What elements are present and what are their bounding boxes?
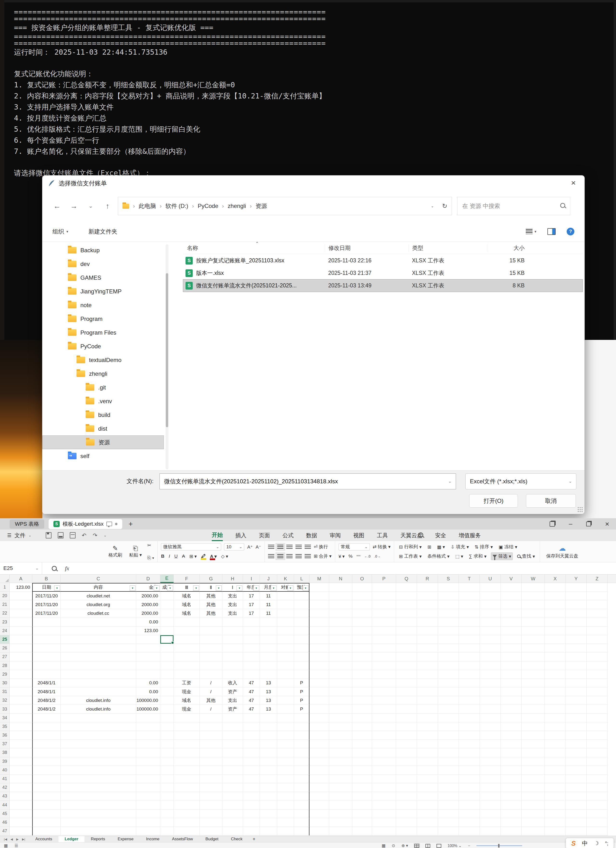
zoom-formula-icon[interactable]: [52, 566, 57, 571]
cell-I41[interactable]: [243, 775, 260, 783]
cell-S25[interactable]: [438, 635, 459, 644]
cell-L1[interactable]: 预算▾: [294, 583, 309, 592]
restore-icon[interactable]: [586, 522, 591, 526]
cell-H41[interactable]: [222, 775, 243, 783]
cell-U40[interactable]: [480, 766, 501, 775]
cell-D34[interactable]: [136, 714, 160, 722]
cell-H35[interactable]: [222, 722, 243, 731]
cell-Y34[interactable]: [566, 714, 586, 722]
cell-K27[interactable]: [277, 652, 294, 661]
filter-dropdown-icon[interactable]: ▾: [154, 586, 160, 591]
cell-N30[interactable]: [329, 679, 352, 688]
cell-T29[interactable]: [459, 670, 480, 679]
cell-M41[interactable]: [309, 775, 329, 783]
cell-G30[interactable]: /: [200, 679, 222, 688]
row-number[interactable]: 46: [0, 818, 10, 827]
cell-V36[interactable]: [501, 731, 522, 740]
cell-B37[interactable]: [32, 740, 61, 748]
cell-Q40[interactable]: [396, 766, 417, 775]
cell-Z40[interactable]: [586, 766, 607, 775]
cell-V43[interactable]: [501, 792, 522, 801]
cell-V44[interactable]: [501, 801, 522, 809]
sidebar-item-programfiles[interactable]: Program Files: [42, 326, 164, 339]
prev-sheet-icon[interactable]: ◀: [10, 838, 13, 841]
cell-Q35[interactable]: [396, 722, 417, 731]
cell-P23[interactable]: [372, 618, 396, 627]
filter-dropdown-icon[interactable]: ▾: [271, 586, 277, 591]
cell-K24[interactable]: [277, 627, 294, 635]
cell-J45[interactable]: [260, 809, 277, 818]
new-tab-button[interactable]: +: [129, 520, 133, 528]
cell-A1[interactable]: 123.00: [10, 583, 32, 592]
cell-G27[interactable]: [200, 652, 222, 661]
cell-S41[interactable]: [438, 775, 459, 783]
wrap-text-button[interactable]: ⏎ 换行: [314, 544, 328, 550]
cell-Q47[interactable]: [396, 827, 417, 836]
cell-R42[interactable]: [417, 783, 438, 792]
cell-X33[interactable]: [545, 705, 566, 713]
cell-E20[interactable]: [160, 592, 174, 600]
cell-M24[interactable]: [309, 627, 329, 635]
cell-S26[interactable]: [438, 644, 459, 652]
column-header-B[interactable]: B: [32, 575, 61, 583]
cell-B28[interactable]: [32, 661, 61, 670]
sidebar-item-backup[interactable]: Backup: [42, 243, 164, 257]
cell-A24[interactable]: [10, 627, 32, 635]
row-number[interactable]: 24: [0, 627, 10, 635]
cell-R34[interactable]: [417, 714, 438, 722]
cell-B30[interactable]: 2048/1/1: [32, 679, 61, 688]
cell-L31[interactable]: P: [294, 688, 309, 696]
cell-M21[interactable]: [309, 600, 329, 609]
cell-B44[interactable]: [32, 801, 61, 809]
highlight-color-icon[interactable]: 🖍︎: [201, 554, 206, 559]
cell-Z33[interactable]: [586, 705, 607, 713]
cell-E39[interactable]: [160, 757, 174, 766]
cell-B47[interactable]: [32, 827, 61, 836]
cell-Q26[interactable]: [396, 644, 417, 652]
cell-S34[interactable]: [438, 714, 459, 722]
row-number[interactable]: 27: [0, 652, 10, 661]
cell-K36[interactable]: [277, 731, 294, 740]
cell-F21[interactable]: 域名: [174, 600, 200, 609]
cell-I40[interactable]: [243, 766, 260, 775]
cell-J32[interactable]: 13: [260, 696, 277, 705]
cell-Z43[interactable]: [586, 792, 607, 801]
cell-A32[interactable]: [10, 696, 32, 705]
cell-T27[interactable]: [459, 652, 480, 661]
cell-G31[interactable]: /: [200, 688, 222, 696]
cell-H33[interactable]: 资产: [222, 705, 243, 713]
cell-D28[interactable]: [136, 661, 160, 670]
cell-O31[interactable]: [352, 688, 372, 696]
sidebar-item-dev[interactable]: dev: [42, 257, 164, 271]
cell-P38[interactable]: [372, 748, 396, 757]
cell-C28[interactable]: [61, 661, 136, 670]
cell-A20[interactable]: [10, 592, 32, 600]
cell-N25[interactable]: [329, 635, 352, 644]
cell-B40[interactable]: [32, 766, 61, 775]
column-header-N[interactable]: N: [329, 575, 352, 583]
cell-V24[interactable]: [501, 627, 522, 635]
increase-indent-icon[interactable]: [305, 545, 311, 549]
cell-C40[interactable]: [61, 766, 136, 775]
cell-E35[interactable]: [160, 722, 174, 731]
cell-X45[interactable]: [545, 809, 566, 818]
column-header-S[interactable]: S: [438, 575, 459, 583]
cell-D31[interactable]: 0.00: [136, 688, 160, 696]
cell-P21[interactable]: [372, 600, 396, 609]
cell-W37[interactable]: [522, 740, 545, 748]
cell-L40[interactable]: [294, 766, 309, 775]
cell-X28[interactable]: [545, 661, 566, 670]
cell-B34[interactable]: [32, 714, 61, 722]
cell-C43[interactable]: [61, 792, 136, 801]
cell-N31[interactable]: [329, 688, 352, 696]
row-number[interactable]: 39: [0, 757, 10, 766]
justify-icon[interactable]: [296, 554, 302, 559]
cell-R21[interactable]: [417, 600, 438, 609]
cell-K45[interactable]: [277, 809, 294, 818]
cell-T31[interactable]: [459, 688, 480, 696]
menu-工具[interactable]: 工具: [377, 529, 388, 541]
select-all-corner[interactable]: [0, 575, 10, 583]
cell-N29[interactable]: [329, 670, 352, 679]
cell-B22[interactable]: 2017/11/20: [32, 609, 61, 618]
cell-K40[interactable]: [277, 766, 294, 775]
